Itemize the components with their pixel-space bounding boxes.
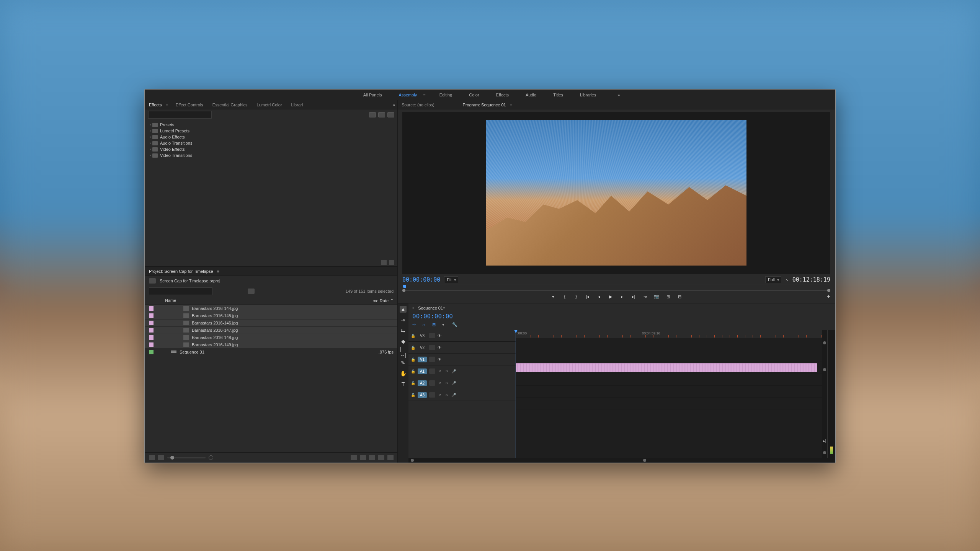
track-label[interactable]: A1 [418, 368, 427, 374]
workspace-color[interactable]: Color [466, 91, 482, 99]
track-header-a1[interactable]: 🔒A1MS🎤 [408, 365, 516, 377]
new-item-icon[interactable] [378, 455, 384, 460]
resolution-dropdown[interactable]: Full [765, 276, 781, 283]
track-label[interactable]: A3 [418, 392, 427, 398]
preset-type-icon[interactable] [387, 112, 394, 117]
workspace-effects[interactable]: Effects [493, 91, 512, 99]
tree-item-audio-effects[interactable]: ›Audio Effects [148, 134, 394, 140]
track-lane-a1[interactable] [516, 374, 822, 386]
tab-lumetri-color[interactable]: Lumetri Color [255, 102, 284, 108]
track-lane-v3[interactable] [516, 338, 822, 350]
eye-icon[interactable]: 👁 [438, 357, 441, 362]
track-lane-a2[interactable] [516, 386, 822, 398]
playhead-timecode[interactable]: 00:00:00:00 [402, 276, 440, 283]
lift-button[interactable]: ⇥ [642, 294, 648, 299]
tree-item-video-transitions[interactable]: ›Video Transitions [148, 152, 394, 158]
timeline-tab[interactable]: Sequence 01 [418, 306, 443, 310]
track-lane-a3[interactable] [516, 398, 822, 409]
tree-item-video-effects[interactable]: ›Video Effects [148, 146, 394, 152]
add-marker-button[interactable]: ▾ [550, 294, 556, 299]
effects-search-input[interactable] [148, 111, 212, 119]
tab-effect-controls[interactable]: Effect Controls [174, 102, 205, 108]
mark-out-button[interactable]: } [573, 294, 579, 299]
new-bin-icon[interactable] [369, 455, 375, 460]
eye-icon[interactable]: 👁 [438, 334, 441, 338]
tree-item-presets[interactable]: ›Presets [148, 122, 394, 128]
linked-selection-toggle[interactable]: ⊞ [432, 322, 438, 328]
comparison-view-button[interactable]: ⊟ [676, 294, 683, 299]
solo-button[interactable]: S [444, 393, 449, 397]
close-tab-icon[interactable]: × [412, 306, 414, 310]
step-back-button[interactable]: ◂ [596, 294, 602, 299]
lock-icon[interactable]: 🔒 [411, 357, 415, 362]
pen-tool[interactable]: ✎ [400, 359, 407, 366]
button-editor-icon[interactable]: + [827, 293, 830, 300]
track-header-v3[interactable]: 🔒V3👁 [408, 330, 516, 342]
sequence-row[interactable]: Sequence 01.976 fps [145, 349, 397, 355]
preset-type-icon[interactable] [378, 112, 385, 117]
track-label[interactable]: A2 [418, 380, 427, 386]
file-row[interactable]: Barnastars 2016-149.jpg [145, 341, 397, 348]
out-point-handle[interactable] [827, 289, 830, 292]
tab-source[interactable]: Source: (no clips) [400, 102, 436, 108]
workspace-overflow-icon[interactable]: » [617, 93, 620, 97]
lock-icon[interactable]: 🔒 [411, 334, 415, 338]
file-row[interactable]: Barnastars 2016-145.jpg [145, 312, 397, 319]
track-toggle[interactable] [429, 357, 435, 362]
icon-view-icon[interactable] [158, 455, 164, 460]
solo-button[interactable]: S [444, 369, 449, 373]
mute-button[interactable]: M [438, 369, 442, 373]
list-view-icon[interactable] [149, 455, 155, 460]
track-header-a2[interactable]: 🔒A2MS🎤 [408, 377, 516, 389]
mute-button[interactable]: M [438, 381, 442, 385]
track-toggle[interactable] [429, 392, 435, 398]
ruler-playhead[interactable] [403, 285, 406, 288]
vertical-scrollbar[interactable]: ▸| [822, 330, 827, 458]
go-to-in-button[interactable]: |◂ [585, 294, 591, 299]
workspace-libraries[interactable]: Libraries [577, 91, 599, 99]
track-select-tool[interactable]: ⇥ [400, 316, 407, 323]
lock-icon[interactable]: 🔒 [411, 393, 415, 397]
timeline-timecode[interactable]: 00:00:00:00 [412, 313, 453, 320]
playhead[interactable] [516, 330, 516, 458]
solo-button[interactable]: S [444, 381, 449, 385]
slip-tool[interactable]: |↔| [400, 349, 407, 355]
go-to-end-icon[interactable]: ▸| [822, 439, 827, 443]
go-to-out-button[interactable]: ▸| [630, 294, 637, 299]
track-header-v1[interactable]: 🔒V1👁 [408, 354, 516, 365]
hand-tool[interactable]: ✋ [400, 370, 407, 377]
find-icon[interactable] [360, 455, 366, 460]
tab-project[interactable]: Project: Screen Cap for Timelapse [147, 268, 215, 274]
timeline-content[interactable]: :00:00 00:04:59:16 [516, 330, 822, 458]
track-lane-v1[interactable] [516, 362, 822, 374]
lock-icon[interactable]: 🔒 [411, 346, 415, 350]
zoom-fit-dropdown[interactable]: Fit [444, 276, 458, 283]
extract-button[interactable]: 📷 [653, 294, 660, 299]
zoom-slider[interactable] [167, 457, 206, 458]
workspace-audio[interactable]: Audio [523, 91, 539, 99]
tab-program[interactable]: Program: Sequence 01 [461, 102, 508, 108]
column-name[interactable]: Name [149, 298, 363, 303]
mic-icon[interactable]: 🎤 [451, 381, 456, 385]
tab-essential-graphics[interactable]: Essential Graphics [211, 102, 249, 108]
track-lane-v2[interactable] [516, 350, 822, 362]
track-toggle[interactable] [429, 333, 435, 338]
razor-tool[interactable]: ◆ [400, 338, 407, 345]
workspace-editing[interactable]: Editing [436, 91, 456, 99]
filter-bin-icon[interactable] [248, 289, 255, 294]
settings-icon[interactable]: ↘ [785, 277, 789, 282]
tab-libraries[interactable]: Librari [290, 102, 305, 108]
track-toggle[interactable] [429, 380, 435, 386]
tab-overflow-icon[interactable]: » [393, 103, 395, 107]
workspace-menu-icon[interactable]: ≡ [423, 93, 425, 97]
panel-menu-icon[interactable]: ≡ [217, 269, 219, 274]
tab-effects[interactable]: Effects [147, 102, 163, 108]
track-label[interactable]: V2 [418, 345, 427, 350]
workspace-titles[interactable]: Titles [550, 91, 566, 99]
track-label[interactable]: V3 [418, 333, 427, 339]
snap-toggle[interactable]: ∩ [422, 322, 428, 328]
panel-menu-icon[interactable]: ≡ [510, 103, 512, 107]
file-row[interactable]: Barnastars 2016-148.jpg [145, 334, 397, 341]
selection-tool[interactable]: ▲ [400, 306, 407, 313]
in-point-handle[interactable] [402, 289, 405, 292]
